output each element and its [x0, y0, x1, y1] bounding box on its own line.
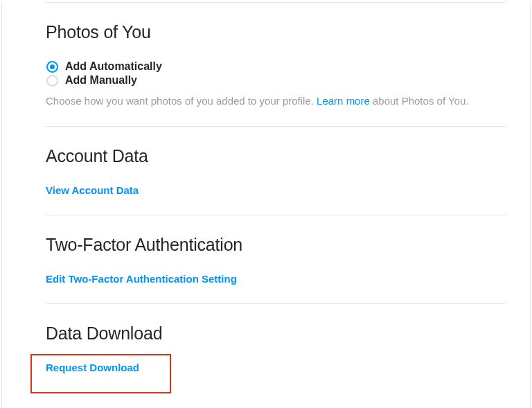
learn-more-link[interactable]: Learn more	[317, 95, 370, 107]
photos-of-you-helper-text: Choose how you want photos of you added …	[46, 94, 506, 108]
helper-prefix: Choose how you want photos of you added …	[46, 95, 317, 107]
radio-label: Add Manually	[65, 74, 137, 87]
section-title-data-download: Data Download	[46, 323, 506, 344]
section-data-download: Data Download Request Download	[46, 304, 506, 392]
radio-add-automatically[interactable]: Add Automatically	[46, 60, 506, 73]
section-photos-of-you: Photos of You Add Automatically Add Manu…	[46, 3, 506, 127]
section-title-photos-of-you: Photos of You	[46, 22, 506, 42]
radio-unselected-icon	[46, 74, 58, 87]
radio-selected-icon	[46, 60, 58, 73]
edit-two-factor-link[interactable]: Edit Two-Factor Authentication Setting	[46, 273, 237, 285]
section-title-two-factor: Two-Factor Authentication	[46, 235, 506, 255]
section-two-factor: Two-Factor Authentication Edit Two-Facto…	[46, 215, 506, 304]
view-account-data-link[interactable]: View Account Data	[46, 184, 139, 196]
radio-label: Add Automatically	[65, 60, 162, 73]
section-title-account-data: Account Data	[46, 146, 506, 166]
request-download-link[interactable]: Request Download	[46, 362, 139, 373]
section-account-data: Account Data View Account Data	[46, 127, 506, 215]
photos-of-you-radio-group: Add Automatically Add Manually	[46, 60, 506, 87]
helper-suffix: about Photos of You.	[370, 95, 469, 107]
radio-add-manually[interactable]: Add Manually	[46, 74, 506, 87]
